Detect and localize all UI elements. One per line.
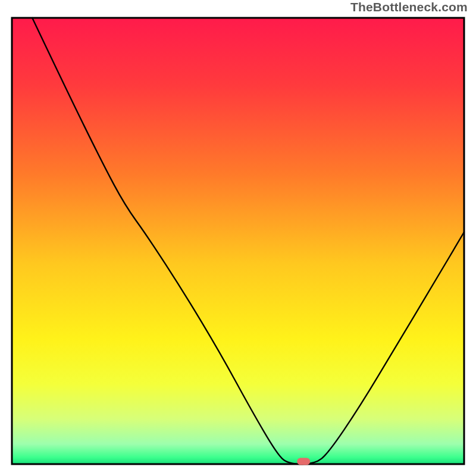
svg-rect-0: [12, 18, 464, 464]
watermark-text: TheBottleneck.com: [350, 0, 468, 14]
bottleneck-marker: [297, 458, 310, 465]
bottleneck-chart: [0, 0, 476, 476]
